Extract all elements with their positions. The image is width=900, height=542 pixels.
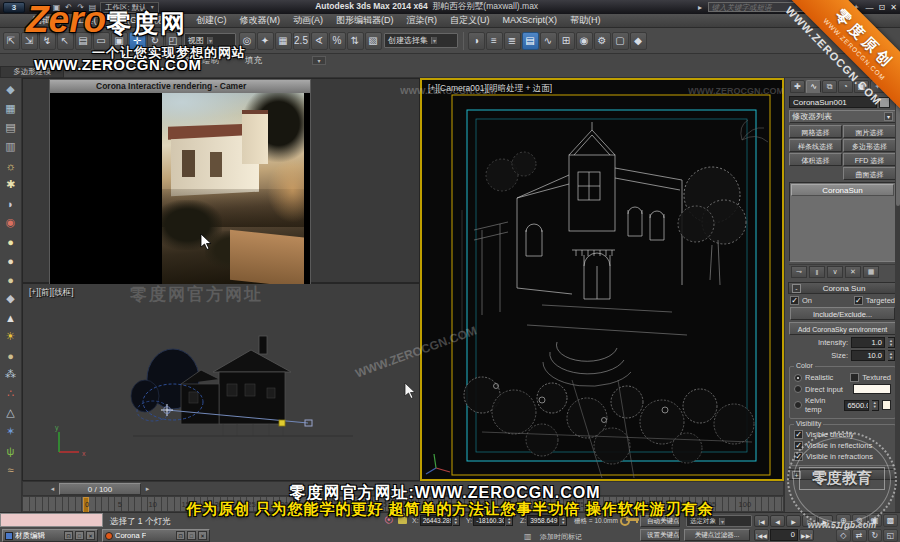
modify-tab[interactable]: ∿ [806,80,821,93]
corona-window-titlebar[interactable]: Corona Interactive rendering - Camer [50,80,310,93]
bird-icon[interactable]: ≈ [1,460,21,479]
next-frame-icon[interactable]: ▷ [802,515,817,527]
modifier-stack-list[interactable]: CoronaSun [789,182,896,262]
mirror-icon[interactable]: ◑ [468,32,485,50]
corona-render-window[interactable]: Corona Interactive rendering - Camer [49,79,311,284]
select-and-link-icon[interactable]: ⇱ [3,32,20,50]
selection-modifier-button[interactable]: 多边形选择 [843,139,896,152]
zoom-all-icon[interactable]: ⊚ [852,514,867,527]
kelvin-temp-radio[interactable] [794,401,802,409]
add-time-tag[interactable]: 添加时间标记 [540,532,582,542]
maxscript-mini-listener[interactable] [0,513,103,527]
sun-icon[interactable]: ☀ [1,327,21,346]
percent-snap-icon[interactable]: % [329,32,346,50]
modifier-stack-entry[interactable]: CoronaSun [791,184,894,196]
select-and-rotate-icon[interactable]: ↻ [147,32,164,50]
field-of-view-icon[interactable]: ◇ [836,529,851,542]
edit-named-selection-sets-icon[interactable]: ▧ [365,32,382,50]
select-and-manipulate-icon[interactable]: ✦ [257,32,274,50]
batch-render-icon[interactable]: ▥ [1,137,21,156]
auto-key-button[interactable]: 自动关键点 [640,515,680,527]
restore-icon[interactable]: ⊡ [64,531,73,540]
search-input[interactable] [708,2,836,12]
material-editor-icon[interactable]: ◉ [576,32,593,50]
paper-ball-icon[interactable]: ✶ [1,422,21,441]
terrain-icon[interactable]: ▲ [1,308,21,327]
ribbon-tab[interactable]: 对象绘制 [185,55,219,66]
camera-viewport-label[interactable]: [+][Camera001][明暗处理 + 边面] [428,83,552,95]
molecule-icon[interactable]: ∴ [1,384,21,403]
keyboard-override-icon[interactable]: ▦ [275,32,292,50]
previous-frame-icon[interactable]: ◀ [770,515,785,527]
camera-icon[interactable]: ◉ [1,213,21,232]
close-button[interactable]: ✕ [890,2,897,13]
visibility-checkbox[interactable] [794,441,803,450]
select-by-name-icon[interactable]: ▤ [75,32,92,50]
size-spinner[interactable]: ▲▼ [888,350,895,361]
remove-modifier-icon[interactable]: ✕ [845,266,861,278]
zoom-extents-icon[interactable]: ▣ [868,514,883,527]
restore-icon[interactable]: ⊡ [176,531,185,540]
material-sample-icon[interactable]: ● [1,232,21,251]
undo-icon[interactable]: ↶ [63,2,74,13]
z-coordinate-field[interactable]: 3958.649 [527,515,559,526]
project-folder-icon[interactable]: ▤ [87,2,98,13]
time-slider-handle[interactable]: 0 / 100 [59,483,141,495]
menu-item[interactable]: 自定义(U) [444,14,497,27]
corona-taskbar-button[interactable]: Corona F ⊡ □ ✕ [102,529,210,542]
display-tab[interactable]: ▣ [854,80,869,93]
align-icon[interactable]: ≡ [486,32,503,50]
selection-modifier-button[interactable]: 曲面选择 [843,167,896,180]
visibility-checkbox[interactable] [794,452,803,461]
create-tab[interactable]: ✚ [790,80,805,93]
make-unique-icon[interactable]: ∨ [827,266,843,278]
render-preset-icon[interactable]: ▤ [1,118,21,137]
kelvin-color-swatch[interactable] [882,400,891,410]
rendered-frame-icon[interactable]: ▦ [1,99,21,118]
ground-disc-icon[interactable]: ● [1,346,21,365]
redo-icon[interactable]: ↷ [75,2,86,13]
menu-item[interactable]: 修改器(M) [233,14,287,27]
kelvin-temp-field[interactable]: 6500.0 [844,400,869,411]
bind-to-spacewarp-icon[interactable]: ↯ [39,32,56,50]
menu-item[interactable]: 创建(C) [190,14,234,27]
maximize-icon[interactable]: □ [75,531,84,540]
viewport-front[interactable]: [+][前][线框] [22,283,420,481]
material-editor-taskbar-button[interactable]: 材质编辑 ⊡ □ ✕ [2,529,98,542]
rectangular-selection-region-icon[interactable]: ▭ [93,32,110,50]
play-icon[interactable]: ▶ [786,515,801,527]
restore-button[interactable]: ⊡ [879,2,886,13]
object-color-swatch[interactable] [879,97,890,108]
kelvin-spinner[interactable]: ▲▼ [872,400,879,411]
collapsed-rollout-header[interactable]: + [788,469,897,480]
workspace-selector[interactable]: 工作区: 默认 [100,2,159,13]
layer-manager-icon[interactable]: ≣ [504,32,521,50]
y-spinner[interactable]: ▲▼ [506,515,513,526]
minimize-button[interactable]: — [866,2,874,13]
selection-modifier-button[interactable]: 面片选择 [843,125,896,138]
lock-selection-icon[interactable] [398,513,407,524]
spinner-snap-icon[interactable]: ⇅ [347,32,364,50]
include-exclude-button[interactable]: Include/Exclude... [790,307,895,320]
reference-coordinate-dropdown[interactable]: 视图 [184,33,236,48]
time-tag-icon[interactable]: ▥ [524,531,534,541]
rendered-frame-window-icon[interactable]: ▢ [612,32,629,50]
graphite-ribbon-toggle-icon[interactable]: ▤ [522,32,539,50]
menu-item[interactable]: 动画(A) [287,14,330,27]
x-coordinate-field[interactable]: 26443.289 [420,515,452,526]
selection-modifier-button[interactable]: FFD 选择 [843,153,896,166]
render-production-icon[interactable]: ◆ [630,32,647,50]
maximize-viewport-toggle-icon[interactable]: ◱ [883,529,898,542]
close-icon[interactable]: ✕ [198,531,207,540]
targeted-checkbox[interactable] [854,296,863,305]
select-object-icon[interactable]: ↖ [57,32,74,50]
direct-input-radio[interactable] [794,385,802,393]
intensity-spinner[interactable]: ▲▼ [888,337,895,348]
render-teapot-icon[interactable]: ◆ [1,80,21,99]
collapse-icon[interactable]: - [792,284,801,293]
menu-item[interactable]: 编辑(E) [26,14,69,27]
menu-item[interactable]: 渲染(R) [400,14,444,27]
application-menu-icon[interactable]: 3 [3,2,25,13]
ribbon-tab[interactable]: 填充 [245,55,262,66]
modifier-list-dropdown[interactable]: 修改器列表 [789,110,896,123]
